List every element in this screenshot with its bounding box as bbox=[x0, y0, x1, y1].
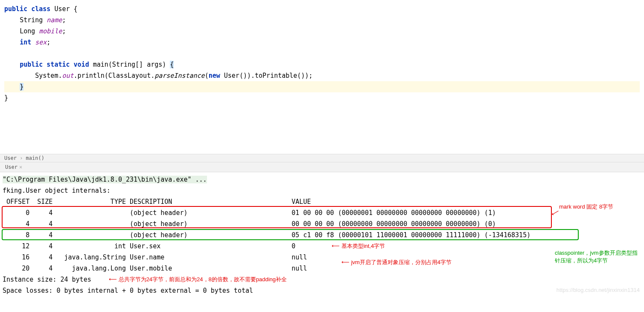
console-footer: Instance size: 24 bytes bbox=[3, 274, 641, 285]
code-editor[interactable]: public class User { String name; Long mo… bbox=[0, 0, 644, 154]
annotation-markword: ⟵mark word 固定 8字节 bbox=[559, 201, 613, 212]
breadcrumb-item[interactable]: User bbox=[4, 155, 17, 161]
console-row: 4 4 (object header) 00 00 00 00 (0000000… bbox=[3, 218, 641, 230]
arrow-icon: ⟵ bbox=[332, 241, 340, 252]
console-row: 8 4 (object header) 05 c1 00 f8 (0000010… bbox=[3, 230, 641, 241]
code-line: String name; bbox=[4, 15, 640, 26]
console-output[interactable]: "C:\Program Files\Java\jdk1.8.0_231\bin\… bbox=[0, 172, 644, 298]
console-row: 0 4 (object header) 01 00 00 00 (0000000… bbox=[3, 207, 641, 218]
code-line: System.out.println(ClassLayout.parseInst… bbox=[4, 70, 640, 81]
console-row: 16 4 java.lang.String User.name null bbox=[3, 252, 641, 263]
code-line: int sex; bbox=[4, 37, 640, 48]
breadcrumb-item[interactable]: main() bbox=[26, 155, 44, 161]
console-header: OFFSET SIZE TYPE DESCRIPTION VALUE bbox=[3, 196, 641, 207]
code-line-highlighted: } bbox=[4, 81, 640, 92]
console-tab-bar: User× bbox=[0, 162, 644, 172]
annotation-classpointer: classpointer，jvm参数开启类型指针压缩，所以为4字节 bbox=[555, 249, 640, 265]
annotation-objref: ⟵ jvm开启了普通对象压缩，分别占用4字节 bbox=[341, 257, 452, 268]
code-line: public class User { bbox=[4, 3, 640, 15]
console-footer: Space losses: 0 bytes internal + 0 bytes… bbox=[3, 285, 641, 296]
console-row: 12 4 int User.sex 0 bbox=[3, 241, 641, 252]
arrow-icon: ⟵ bbox=[341, 257, 350, 268]
annotation-instsize: ⟵ 总共字节为24字节，前面总和为24，8的倍数，故不需要padding补全 bbox=[109, 274, 287, 285]
code-line: public static void main(String[] args) { bbox=[4, 59, 640, 70]
watermark: https://blog.csdn.net/jinxinxin1314 bbox=[557, 285, 640, 296]
code-line: Long mobile; bbox=[4, 26, 640, 37]
code-line bbox=[4, 48, 640, 59]
annotation-int: ⟵ 基本类型int,4字节 bbox=[332, 241, 385, 252]
arrow-icon: ⟵ bbox=[109, 274, 117, 285]
console-row: 20 4 java.lang.Long User.mobile null bbox=[3, 263, 641, 274]
close-icon[interactable]: × bbox=[19, 164, 22, 170]
code-line: } bbox=[4, 92, 640, 103]
console-line: fking.User object internals: bbox=[3, 185, 641, 196]
console-command: "C:\Program Files\Java\jdk1.8.0_231\bin\… bbox=[3, 174, 641, 185]
breadcrumb: Usermain() bbox=[0, 154, 644, 162]
console-tab[interactable]: User× bbox=[3, 163, 24, 171]
